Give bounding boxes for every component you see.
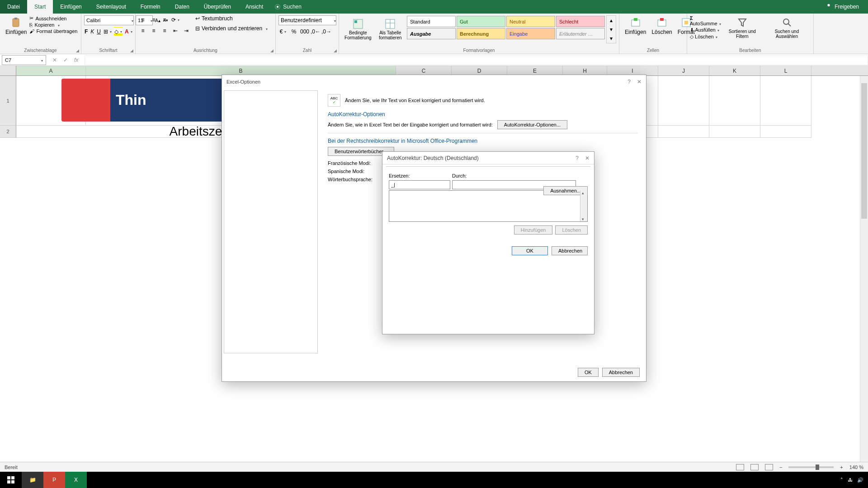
align-bottom-button[interactable]: ≡ <box>160 15 169 24</box>
number-format-combo[interactable]: Benutzerdefiniert <box>278 15 336 25</box>
styles-more[interactable]: ▾ <box>607 34 616 43</box>
clear-button[interactable]: ◇ Löschen <box>690 34 722 40</box>
align-left-button[interactable]: ≡ <box>138 26 147 35</box>
dec-decimal-button[interactable]: ,0→ <box>322 27 331 36</box>
underline-button[interactable]: U <box>96 27 101 36</box>
column-header-L[interactable]: L <box>760 66 811 75</box>
column-header-K[interactable]: K <box>709 66 760 75</box>
share-button[interactable] <box>826 3 832 11</box>
wrap-text-button[interactable]: ↩Textumbruch <box>195 15 268 22</box>
autok-ok-button[interactable]: OK <box>512 246 548 255</box>
style-ausgabe[interactable]: Ausgabe <box>407 28 456 39</box>
autosum-button[interactable]: Σ AutoSumme <box>690 15 722 26</box>
row-header[interactable]: 1 <box>0 76 16 126</box>
tell-me-search[interactable]: Suchen <box>275 4 302 10</box>
delete-entry-button[interactable]: Löschen <box>555 225 588 235</box>
cancel-formula-button[interactable]: ✕ <box>50 57 60 63</box>
align-center-button[interactable]: ≡ <box>149 26 158 35</box>
style-schlecht[interactable]: Schlecht <box>556 16 605 27</box>
options-ok-button[interactable]: OK <box>578 368 599 377</box>
share-label[interactable]: Freigeben <box>835 4 859 10</box>
style-neutral[interactable]: Neutral <box>506 16 555 27</box>
tray-chevron[interactable]: ˄ <box>840 477 843 483</box>
inc-decimal-button[interactable]: ,0← <box>311 27 320 36</box>
tab-seitenlayout[interactable]: Seitenlayout <box>89 0 133 14</box>
row-header[interactable]: 2 <box>0 126 16 138</box>
vertical-scrollbar[interactable] <box>860 76 868 462</box>
copy-button[interactable]: ⎘Kopieren <box>29 22 77 28</box>
autok-cancel-button[interactable]: Abbrechen <box>552 246 588 255</box>
cond-format-button[interactable]: Bedingte Formatierung <box>342 15 374 43</box>
find-select-button[interactable]: Suchen und Auswählen <box>763 15 811 41</box>
cut-button[interactable]: ✂Ausschneiden <box>29 15 77 21</box>
tab-formeln[interactable]: Formeln <box>133 0 168 14</box>
tray-volume-icon[interactable]: 🔊 <box>857 477 863 483</box>
style-berechnung[interactable]: Berechnung <box>457 28 505 39</box>
tray-network-icon[interactable]: 🖧 <box>848 477 853 483</box>
fill-color-button[interactable]: ◇ <box>114 27 123 36</box>
add-entry-button[interactable]: Hinzufügen <box>514 225 553 235</box>
font-launcher[interactable]: ◢ <box>130 48 133 53</box>
column-header-D[interactable]: D <box>452 66 507 75</box>
cell[interactable]: Thin <box>16 76 86 126</box>
view-pagebreak-button[interactable] <box>765 464 773 470</box>
sort-filter-button[interactable]: Sortieren und Filtern <box>722 15 764 41</box>
format-painter-button[interactable]: 🖌Format übertragen <box>29 28 77 34</box>
view-layout-button[interactable] <box>750 464 759 470</box>
merge-button[interactable]: ⊟Verbinden und zentrieren <box>195 25 268 32</box>
insert-cells-button[interactable]: Einfügen <box>622 15 649 37</box>
tab-ansicht[interactable]: Ansicht <box>238 0 270 14</box>
options-cancel-button[interactable]: Abbrechen <box>602 368 640 377</box>
column-header-A[interactable]: A <box>16 66 86 75</box>
column-header-E[interactable]: E <box>507 66 563 75</box>
cell[interactable] <box>658 126 709 138</box>
tab-ueberpruefen[interactable]: Überprüfen <box>197 0 238 14</box>
autok-options-button[interactable]: AutoKorrektur-Optionen... <box>497 120 567 129</box>
column-header-B[interactable]: B <box>86 66 396 75</box>
zoom-slider[interactable] <box>788 466 834 468</box>
cell[interactable] <box>658 76 709 126</box>
cell[interactable] <box>760 126 811 138</box>
align-right-button[interactable]: ≡ <box>160 26 169 35</box>
cell[interactable] <box>709 76 760 126</box>
alignment-launcher[interactable]: ◢ <box>270 48 274 53</box>
dialog-help-button[interactable]: ? <box>627 79 631 85</box>
italic-button[interactable]: K <box>90 27 94 36</box>
align-top-button[interactable]: ≡ <box>138 15 147 24</box>
autok-close-button[interactable]: ✕ <box>585 155 590 161</box>
column-header-I[interactable]: I <box>607 66 658 75</box>
bold-button[interactable]: F <box>84 27 88 36</box>
tab-einfuegen[interactable]: Einfügen <box>53 0 89 14</box>
style-eingabe[interactable]: Eingabe <box>506 28 555 39</box>
fx-button[interactable]: fx <box>71 57 81 63</box>
format-table-button[interactable]: Als Tabelle formatieren <box>374 15 406 43</box>
select-all-button[interactable] <box>0 66 16 75</box>
indent-dec-button[interactable]: ⇤ <box>171 26 180 35</box>
zoom-in-button[interactable]: + <box>840 465 843 470</box>
tab-datei[interactable]: Datei <box>0 0 27 14</box>
fill-button[interactable]: ⬇ Ausfüllen <box>690 27 722 33</box>
style-gut[interactable]: Gut <box>457 16 505 27</box>
font-color-button[interactable]: A <box>124 27 133 36</box>
thousand-button[interactable]: 000 <box>300 27 309 36</box>
styles-down[interactable]: ▾ <box>607 25 616 34</box>
replace-input[interactable] <box>389 180 450 189</box>
clipboard-launcher[interactable]: ◢ <box>76 48 79 53</box>
style-erlaeuternd[interactable]: Erläuternder … <box>556 28 605 39</box>
indent-inc-button[interactable]: ⇥ <box>182 26 191 35</box>
border-button[interactable]: ⊞ <box>103 27 112 36</box>
align-middle-button[interactable]: ≡ <box>149 15 158 24</box>
delete-cells-button[interactable]: Löschen <box>649 15 675 37</box>
autok-help-button[interactable]: ? <box>576 155 579 161</box>
zoom-out-button[interactable]: − <box>779 465 782 470</box>
font-name-combo[interactable] <box>84 15 134 25</box>
formula-input[interactable] <box>85 55 868 65</box>
column-header-C[interactable]: C <box>396 66 452 75</box>
view-normal-button[interactable] <box>736 464 744 470</box>
zoom-level[interactable]: 140 % <box>849 465 863 470</box>
excel-taskbar-button[interactable]: X <box>65 472 87 488</box>
name-box[interactable]: C7 <box>2 55 46 65</box>
currency-button[interactable]: € <box>278 27 288 36</box>
powerpoint-taskbar-button[interactable]: P <box>43 472 65 488</box>
tab-daten[interactable]: Daten <box>168 0 197 14</box>
